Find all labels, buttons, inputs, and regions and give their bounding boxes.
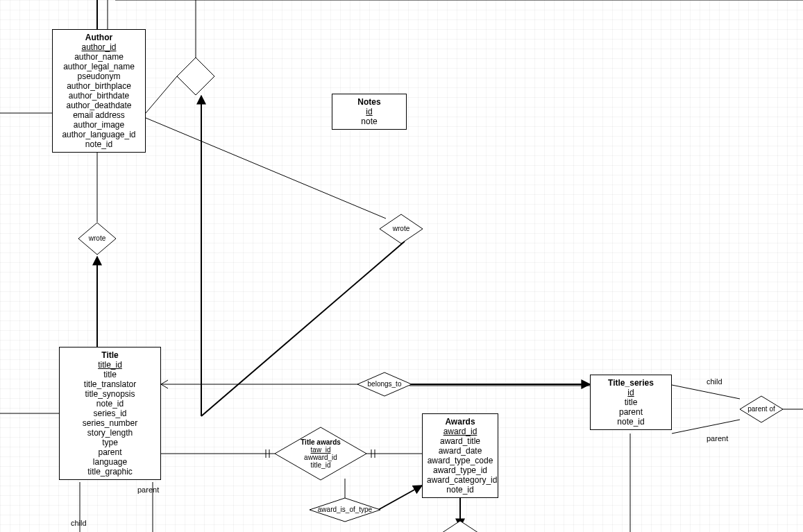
svg-line-14	[161, 384, 168, 388]
relation-belongs-to-label: belongs_to	[357, 380, 412, 388]
entity-notes-title: Notes	[337, 97, 402, 107]
entity-notes-key: id	[337, 107, 402, 117]
entity-author[interactable]: Author author_id author_name author_lega…	[52, 29, 146, 153]
entity-notes[interactable]: Notes id note	[332, 94, 407, 130]
svg-marker-37	[310, 498, 380, 522]
svg-line-29	[672, 420, 740, 434]
relation-title-awards-key: taw_id	[274, 446, 367, 454]
relation-wrote-right[interactable]: wrote	[379, 214, 423, 244]
relation-belongs-to[interactable]: belongs_to	[357, 372, 412, 397]
svg-line-24	[378, 486, 422, 510]
svg-line-4	[146, 76, 177, 113]
svg-marker-33	[78, 223, 116, 255]
relation-unlabeled[interactable]	[176, 57, 215, 96]
entity-title-series-title: Title_series	[595, 378, 667, 388]
svg-marker-34	[380, 214, 423, 243]
entity-title-series[interactable]: Title_series id title parent note_id	[590, 375, 672, 430]
entity-title-title: Title	[64, 350, 156, 360]
entity-awards-title: Awards	[427, 417, 493, 427]
relation-wrote-left-label: wrote	[78, 234, 117, 242]
svg-marker-36	[275, 427, 366, 480]
entity-title-key: title_id	[64, 360, 156, 370]
entity-author-title: Author	[57, 33, 141, 42]
relation-title-awards-title: Title awards	[274, 438, 367, 446]
entity-awards-key: award_id	[427, 427, 493, 436]
relation-wrote-left[interactable]: wrote	[78, 222, 117, 255]
relation-award-is-of-type[interactable]: award_is_of_type	[309, 497, 381, 522]
svg-marker-38	[740, 396, 783, 422]
relation-award-is-of-type-label: award_is_of_type	[309, 506, 381, 513]
relation-parent-of[interactable]: parent of	[739, 395, 784, 423]
relation-wrote-right-label: wrote	[379, 225, 423, 232]
edge-label-ts-child: child	[707, 377, 722, 386]
svg-line-13	[161, 380, 168, 384]
entity-title-series-key: id	[595, 388, 667, 397]
entity-title[interactable]: Title title_id title title_translator ti…	[59, 347, 161, 480]
svg-line-8	[146, 118, 386, 218]
svg-line-28	[672, 385, 740, 399]
edge-label-title-parent: parent	[137, 486, 159, 494]
svg-marker-32	[177, 58, 214, 95]
svg-marker-39	[440, 521, 480, 532]
entity-awards[interactable]: Awards award_id award_title award_date a…	[422, 413, 498, 498]
relation-parent-of-label: parent of	[739, 405, 784, 413]
svg-marker-35	[357, 372, 412, 396]
edge-label-title-child: child	[71, 519, 87, 527]
entity-author-key: author_id	[57, 42, 141, 52]
relation-partial-bottom	[439, 520, 481, 532]
edge-label-ts-parent: parent	[707, 434, 728, 443]
relation-title-awards[interactable]: Title awards taw_id awward_id title_id	[274, 427, 367, 481]
svg-line-9	[201, 241, 405, 416]
